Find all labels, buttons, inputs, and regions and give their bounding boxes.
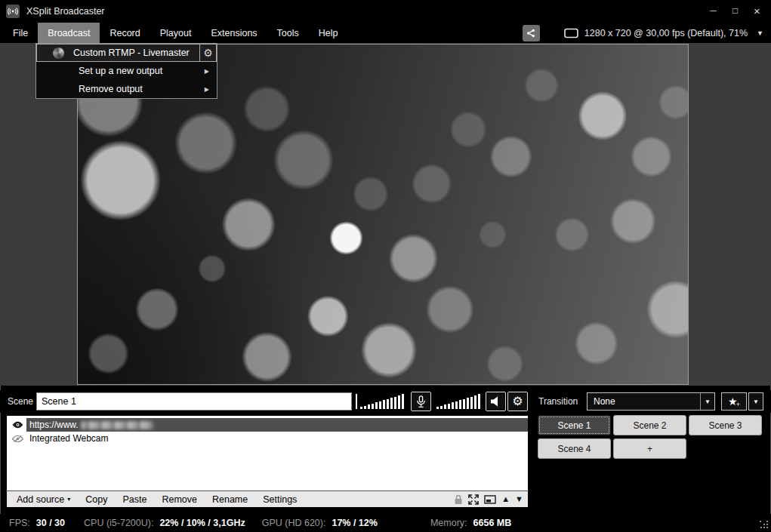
menu-item-setup-new-output[interactable]: Set up a new output ▶ [36,62,217,80]
rename-button[interactable]: Rename [205,491,255,507]
gpu-value: 17% / 12% [332,518,377,528]
microphone-button[interactable] [411,392,431,411]
share-button[interactable] [523,25,540,42]
menu-item-record[interactable]: Record [100,23,150,43]
plus-icon: + [736,401,740,408]
move-source-down-button[interactable]: ▼ [515,495,523,503]
speaker-button[interactable] [486,392,506,411]
transition-selected-value: None [588,393,700,410]
menu-label: Broadcast [48,28,90,38]
menu-item-tools[interactable]: Tools [267,23,309,43]
minimize-icon: ─ [710,5,717,16]
copy-button[interactable]: Copy [78,491,115,507]
scene-button-1[interactable]: Scene 1 [538,415,611,435]
chevron-down-icon: ▼ [753,398,759,405]
cpu-value: 22% / 10% / 3,1GHz [159,518,245,528]
app-logo-icon [6,5,20,18]
remove-button[interactable]: Remove [154,491,205,507]
eye-hidden-icon[interactable] [10,435,25,443]
setup-output-label: Set up a new output [79,66,162,76]
transition-label: Transition [538,396,578,407]
picture-in-picture-icon [484,495,496,504]
menu-item-playout[interactable]: Playout [150,23,202,43]
resolution-monitor-icon [564,28,578,38]
add-source-label: Add source [17,494,64,505]
memory-label: Memory: [430,518,467,528]
menu-item-file[interactable]: File [3,23,38,43]
menubar-right-cluster: 1280 x 720 @ 30,00 fps (Default), 71% ▼ [523,23,766,43]
menu-item-remove-output[interactable]: Remove output ▶ [36,80,217,98]
source-label: https://www. [26,420,79,430]
gear-icon: ⚙ [512,395,523,407]
lock-icon [454,494,463,505]
up-triangle-icon: ▲ [501,495,510,503]
move-source-up-button[interactable]: ▲ [501,495,510,503]
chevron-down-icon: ▼ [700,393,714,410]
app-window: XSplit Broadcaster ─ □ × File Broadcast … [0,0,771,532]
menu-item-help[interactable]: Help [309,23,348,43]
expand-arrows-icon [468,494,479,505]
scene-button-3[interactable]: Scene 3 [689,415,762,435]
audio-settings-button[interactable]: ⚙ [507,392,528,411]
maximize-button[interactable]: □ [724,0,746,21]
menu-label: Record [109,28,140,38]
status-bar: FPS: 30 / 30 CPU (i5-7200U): 22% / 10% /… [0,514,771,532]
add-source-caret-icon: ▾ [67,496,70,503]
toolbar-right-icons: ▲ ▼ [454,491,523,507]
window-title: XSplit Broadcaster [26,6,105,17]
menu-label: Playout [160,28,192,38]
settings-label: Settings [263,494,297,505]
speaker-icon [490,396,501,407]
scene-name-input[interactable] [36,392,352,411]
add-source-button[interactable]: Add source ▾ [7,491,78,507]
gpu-label: GPU (HD 620): [262,518,326,528]
fps-label: FPS: [9,518,30,528]
source-row-webcam[interactable]: Integrated Webcam [7,432,528,445]
eye-visible-icon[interactable] [10,421,25,429]
projector-view-button[interactable] [484,495,496,504]
microphone-icon [416,395,426,408]
add-scene-button[interactable]: + [613,438,686,459]
remove-output-label: Remove output [79,84,143,94]
menu-item-custom-rtmp[interactable]: Custom RTMP - Livemaster [36,44,200,62]
close-button[interactable]: × [746,0,768,21]
menu-label: Help [319,28,338,38]
paste-button[interactable]: Paste [115,491,154,507]
scene-button-4[interactable]: Scene 4 [538,438,611,459]
resize-grip[interactable] [760,521,768,529]
scene-label: Scene [8,396,33,407]
menu-item-extensions[interactable]: Extensions [201,23,267,43]
share-icon [526,29,535,38]
resolution-caret-icon[interactable]: ▼ [754,29,766,37]
add-transition-button[interactable]: ★ + [721,392,747,411]
scene-button-2[interactable]: Scene 2 [613,415,686,435]
output-settings-gear-button[interactable]: ⚙ [200,44,217,62]
sources-list: https://www. Integrated Webcam [6,415,529,491]
submenu-arrow-icon: ▶ [205,86,209,93]
menu-label: Extensions [211,28,257,38]
source-row-url[interactable]: https://www. [7,418,528,432]
source-label: Integrated Webcam [26,433,109,444]
title-bar: XSplit Broadcaster ─ □ × [0,0,771,23]
window-controls: ─ □ × [702,0,768,21]
source-toolbar: Add source ▾ Copy Paste Remove Rename Se… [6,490,529,508]
menu-label: Tools [277,28,299,38]
fps-value: 30 / 30 [36,518,65,528]
lock-sources-button[interactable] [454,494,463,505]
menu-item-broadcast[interactable]: Broadcast [38,23,100,43]
transition-more-button[interactable]: ▼ [748,392,763,411]
submenu-arrow-icon: ▶ [205,68,209,75]
paste-label: Paste [122,494,146,505]
minimize-button[interactable]: ─ [702,0,724,21]
menu-label: File [13,28,28,38]
broadcast-dropdown-menu: Custom RTMP - Livemaster ⚙ Set up a new … [35,43,217,99]
meter-divider [356,394,357,409]
transition-select[interactable]: None ▼ [587,392,715,411]
menu-bar: File Broadcast Record Playout Extensions… [0,23,771,43]
mic-volume-meter [360,394,404,409]
scene-grid: Scene 1 Scene 2 Scene 3 Scene 4 + [538,415,763,459]
remove-label: Remove [162,494,197,505]
fit-to-screen-button[interactable] [468,494,479,505]
settings-button[interactable]: Settings [255,491,304,507]
custom-rtmp-label: Custom RTMP - Livemaster [73,48,190,58]
